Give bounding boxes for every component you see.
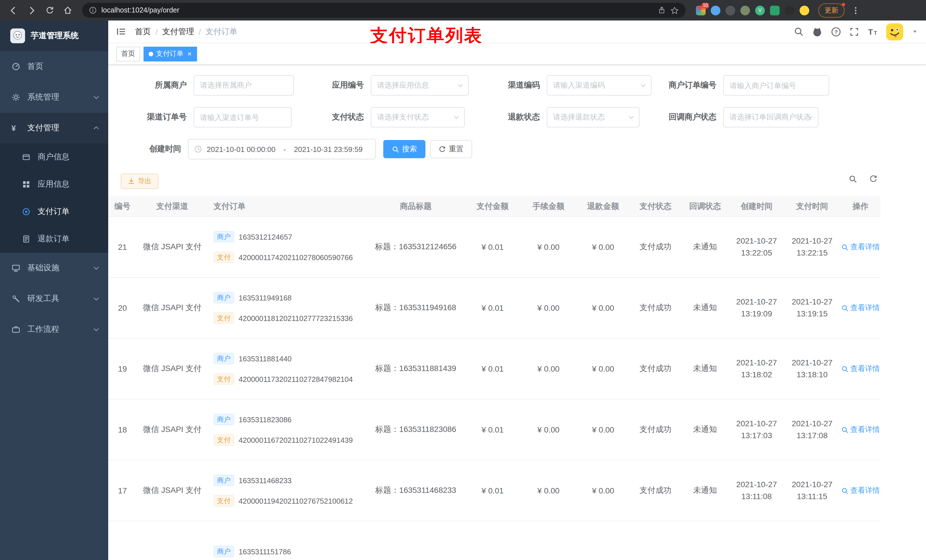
view-detail-link[interactable]: 查看详情 xyxy=(841,303,880,313)
sidebar-item-app-info[interactable]: 应用信息 xyxy=(0,171,108,198)
filter-label-create-time: 创建时间 xyxy=(118,144,181,154)
sidebar-item-merchant-info[interactable]: 商户信息 xyxy=(0,143,108,171)
sidebar-item-refund-order[interactable]: 退款订单 xyxy=(0,225,108,253)
extension-icon[interactable] xyxy=(785,5,794,15)
view-detail-link[interactable]: 查看详情 xyxy=(841,486,880,496)
sidebar-item-label: 退款订单 xyxy=(38,234,70,244)
pay-tag: 支付 xyxy=(213,495,234,507)
home-icon[interactable] xyxy=(61,3,75,18)
tab-close-icon[interactable]: × xyxy=(188,50,192,57)
create-time-range-picker[interactable]: 2021-10-01 00:00:00 - 2021-10-31 23:59:5… xyxy=(188,139,376,159)
sidebar-item-payment[interactable]: ¥ 支付管理 xyxy=(0,113,108,143)
chevron-down-icon xyxy=(457,82,464,89)
create-time: 2021-10-27 13:18:02 xyxy=(729,339,784,399)
goods-title: 标题：1635311468233 xyxy=(367,460,464,521)
pay-status-select[interactable]: 请选择支付状态 xyxy=(371,107,465,127)
table-refresh-icon[interactable] xyxy=(869,175,878,183)
browser-menu-icon[interactable] xyxy=(851,6,860,15)
refund-amount: ¥ 0.00 xyxy=(576,339,631,399)
view-detail-link[interactable]: 查看详情 xyxy=(841,242,880,252)
refund-amount: ¥ 0.00 xyxy=(576,400,631,460)
magnifier-icon xyxy=(841,487,849,494)
sidebar-item-devtools[interactable]: 研发工具 xyxy=(0,284,108,314)
emoji-extension-icon[interactable] xyxy=(800,5,809,15)
sidebar-item-label: 支付管理 xyxy=(27,123,59,133)
sidebar-item-system[interactable]: 系统管理 xyxy=(0,82,108,113)
notify-status: 未通知 xyxy=(681,460,729,521)
sidebar-toggle-icon[interactable] xyxy=(116,27,126,36)
breadcrumb-payment[interactable]: 支付管理 xyxy=(162,26,194,37)
goods-title: 标题：1635311823086 xyxy=(367,400,464,460)
site-info-icon[interactable] xyxy=(89,6,97,14)
fee-amount: ¥ 0.00 xyxy=(521,278,576,338)
breadcrumb-home[interactable]: 首页 xyxy=(135,26,151,37)
extension-icon[interactable] xyxy=(726,5,735,15)
table-row: 18 微信 JSAPI 支付 商户 1635311823086 支付 42000… xyxy=(108,400,881,460)
app-logo[interactable]: 芋道管理系统 xyxy=(0,21,108,51)
col-channel: 支付渠道 xyxy=(137,196,208,216)
sidebar-item-label: 工作流程 xyxy=(27,325,59,335)
reset-button[interactable]: 重置 xyxy=(430,140,472,158)
order-id: 20 xyxy=(108,278,137,338)
forward-icon[interactable] xyxy=(24,3,39,18)
refund-order-icon xyxy=(22,234,31,244)
avatar[interactable] xyxy=(886,23,903,40)
back-icon[interactable] xyxy=(6,3,21,18)
fullscreen-icon[interactable] xyxy=(850,27,859,36)
export-button[interactable]: 导出 xyxy=(121,174,158,189)
search-icon[interactable] xyxy=(794,27,803,36)
table-search-icon[interactable] xyxy=(849,175,857,183)
extension-icon[interactable] xyxy=(740,5,750,15)
create-time: 2021-10-27 13:17:03 xyxy=(729,400,784,460)
github-icon[interactable] xyxy=(812,26,822,37)
notify-status-select[interactable]: 请选择订单回调商户状态 xyxy=(723,107,819,127)
date-end: 2021-10-31 23:59:59 xyxy=(294,145,363,153)
bookmark-star-icon[interactable] xyxy=(670,6,679,15)
caret-down-icon[interactable] xyxy=(912,29,918,35)
pay-status: 支付成功 xyxy=(631,278,681,338)
pay-order-no: 4200001167202110271022491439 xyxy=(239,436,353,444)
reload-icon[interactable] xyxy=(42,3,57,18)
view-detail-link[interactable]: 查看详情 xyxy=(841,364,880,374)
tab-pay-order[interactable]: 支付订单 × xyxy=(144,46,197,61)
channel-order-no-input[interactable] xyxy=(194,107,292,127)
view-detail-link[interactable]: 查看详情 xyxy=(841,424,880,435)
fee-amount: ¥ 0.00 xyxy=(521,217,576,277)
merchant-order-no-input[interactable] xyxy=(723,75,829,96)
vue-devtools-icon[interactable]: V xyxy=(755,5,765,15)
sidebar-item-home[interactable]: 首页 xyxy=(0,51,108,82)
gear-icon xyxy=(11,93,21,102)
extension-icon[interactable] xyxy=(711,5,720,15)
app-select[interactable]: 请选择应用信息 xyxy=(371,75,469,96)
address-bar[interactable]: localhost:1024/pay/order xyxy=(82,3,686,18)
search-button[interactable]: 搜索 xyxy=(383,140,425,158)
sidebar-item-infrastructure[interactable]: 基础设施 xyxy=(0,253,108,284)
tab-home[interactable]: 首页 xyxy=(116,46,140,61)
sidebar-item-pay-order[interactable]: 支付订单 xyxy=(0,198,108,225)
channel-code-select[interactable]: 请输入渠道编码 xyxy=(547,75,652,96)
extension-icon[interactable] xyxy=(770,5,780,15)
goods-title: 标题：1635311949168 xyxy=(367,278,464,338)
refund-status-select[interactable]: 请选择退款状态 xyxy=(547,107,640,127)
table-row: 17 微信 JSAPI 支付 商户 1635311468233 支付 42000… xyxy=(108,460,881,521)
pay-status: 支付成功 xyxy=(631,339,681,399)
active-tab-dot xyxy=(149,51,153,56)
sidebar-menu: 首页 系统管理 ¥ 支付管理 xyxy=(0,51,108,345)
sidebar-item-workflow[interactable]: 工作流程 xyxy=(0,314,108,345)
extensions-puzzle-icon[interactable]: 10 xyxy=(696,5,706,15)
create-time: 2021-10-27 13:22:05 xyxy=(729,217,784,277)
content-area: 所属商户 请选择所属商户 应用编号 请选择应用信息 渠道编码 请输入渠道编码 xyxy=(108,65,926,560)
font-size-icon[interactable]: TT xyxy=(867,26,878,37)
app-grid-icon xyxy=(22,180,31,189)
pay-time: 2021-10-27 13:11:15 xyxy=(784,460,841,521)
help-icon[interactable]: ? xyxy=(831,26,841,37)
create-time: 2021-10-27 13:19:09 xyxy=(729,278,784,338)
share-icon[interactable] xyxy=(658,6,666,14)
col-actions: 操作 xyxy=(841,196,881,216)
chevron-down-icon xyxy=(93,265,100,272)
sidebar-item-label: 基础设施 xyxy=(27,263,59,273)
merchant-order-no: 1635311151786 xyxy=(239,547,291,556)
browser-update-button[interactable]: 更新 xyxy=(819,3,844,17)
merchant-select[interactable]: 请选择所属商户 xyxy=(194,75,294,96)
pay-amount: ¥ 0.01 xyxy=(464,217,521,277)
